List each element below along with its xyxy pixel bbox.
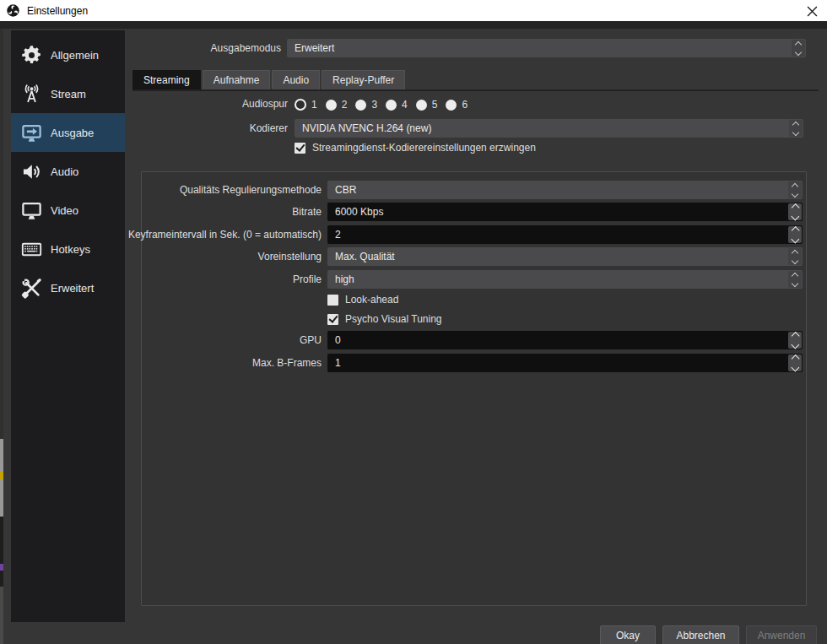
background-bleed: [0, 564, 3, 571]
sidebar-item-label: Audio: [51, 165, 78, 178]
close-icon[interactable]: [804, 3, 819, 19]
sidebar-item-label: Allgemein: [51, 49, 99, 62]
tab-aufnahme[interactable]: Aufnahme: [203, 70, 271, 89]
obs-logo-icon: [6, 3, 20, 18]
radio-track-5[interactable]: 5: [416, 99, 438, 111]
keyframe-interval-input[interactable]: 2: [327, 225, 803, 244]
radio-track-2[interactable]: 2: [326, 99, 348, 111]
tab-audio[interactable]: Audio: [272, 70, 320, 89]
spinner-updown-icon[interactable]: [788, 203, 802, 220]
output-mode-label: Ausgabemodus: [135, 39, 281, 57]
dialog-top-band: [0, 21, 827, 29]
monitor-arrow-icon: [19, 120, 44, 145]
sidebar-item-allgemein[interactable]: Allgemein: [11, 35, 125, 74]
profile-select[interactable]: high: [327, 270, 803, 289]
preset-label: Voreinstellung: [102, 247, 322, 266]
rate-control-select[interactable]: CBR: [327, 181, 803, 199]
checkbox-checked-icon: [295, 143, 305, 154]
tab-separator: [132, 89, 819, 91]
sidebar-item-label: Ausgabe: [51, 127, 94, 139]
background-bleed: [0, 471, 3, 479]
max-bframes-label: Max. B-Frames: [102, 354, 322, 372]
profile-label: Profile: [102, 270, 322, 289]
sidebar-item-label: Hotkeys: [51, 243, 90, 256]
output-tabbar: Streaming Aufnahme Audio Replay-Puffer: [132, 70, 407, 89]
tab-replay-puffer[interactable]: Replay-Puffer: [322, 70, 405, 89]
sidebar-item-label: Erweitert: [51, 282, 94, 295]
spinner-updown-icon[interactable]: [788, 354, 802, 371]
tools-icon: [19, 275, 44, 300]
gpu-input[interactable]: 0: [327, 331, 803, 349]
checkbox-checked-icon: [327, 314, 338, 325]
abbrechen-button[interactable]: Abbrechen: [662, 625, 739, 644]
kodierer-select[interactable]: NVIDIA NVENC H.264 (new): [295, 119, 803, 138]
spinner-updown-icon[interactable]: [788, 332, 802, 349]
okay-button[interactable]: Okay: [600, 625, 656, 644]
rate-control-label: Qualitäts Regulierungsmethode: [102, 181, 322, 199]
sidebar-item-stream[interactable]: Stream: [11, 74, 125, 113]
radio-selected-icon: [295, 99, 306, 111]
radio-track-3[interactable]: 3: [355, 99, 377, 111]
sidebar-item-ausgabe[interactable]: Ausgabe: [11, 113, 125, 152]
radio-icon: [446, 100, 457, 111]
audiospur-radio-group: 1 2 3 4 5 6: [295, 99, 468, 111]
window-title: Einstellungen: [27, 5, 88, 17]
spinner-updown-icon[interactable]: [788, 226, 802, 243]
bitrate-label: Bitrate: [102, 203, 322, 221]
look-ahead-checkbox[interactable]: Look-ahead: [327, 294, 398, 306]
output-mode-value: Erweitert: [295, 42, 334, 54]
chevron-updown-icon[interactable]: [788, 248, 802, 265]
speaker-icon: [19, 159, 44, 184]
gpu-label: GPU: [102, 331, 322, 349]
background-bleed: [0, 587, 3, 644]
chevron-updown-icon[interactable]: [789, 120, 803, 137]
radio-icon: [355, 100, 366, 111]
keyboard-icon: [19, 236, 44, 262]
checkbox-unchecked-icon: [327, 295, 338, 306]
settings-sidebar: Allgemein Stream Ausgabe: [11, 30, 125, 622]
gear-icon: [19, 42, 44, 68]
audiospur-label: Audiospur: [152, 95, 288, 113]
chevron-updown-icon[interactable]: [788, 271, 802, 288]
keyframe-interval-label: Keyframeintervall in Sek. (0 = automatis…: [102, 225, 322, 244]
sidebar-item-label: Video: [51, 204, 78, 217]
radio-icon: [326, 100, 337, 111]
broadcast-icon: [19, 81, 44, 106]
psycho-visual-tuning-checkbox[interactable]: Psycho Visual Tuning: [327, 313, 442, 325]
radio-icon: [416, 100, 427, 111]
radio-track-1[interactable]: 1: [295, 99, 317, 111]
radio-track-6[interactable]: 6: [446, 99, 468, 111]
background-bleed: [0, 29, 3, 439]
sidebar-item-label: Stream: [51, 88, 86, 100]
max-bframes-input[interactable]: 1: [327, 354, 803, 372]
radio-icon: [386, 100, 397, 111]
enforce-encoder-checkbox[interactable]: Streamingdienst-Kodierereinstellungen er…: [295, 142, 536, 154]
monitor-icon: [19, 198, 44, 223]
background-bleed: [0, 517, 3, 587]
chevron-updown-icon[interactable]: [792, 40, 805, 57]
kodierer-label: Kodierer: [152, 119, 288, 138]
kodierer-value: NVIDIA NVENC H.264 (new): [302, 122, 431, 134]
window-titlebar: Einstellungen: [0, 0, 827, 21]
output-mode-select[interactable]: Erweitert: [287, 39, 806, 57]
bitrate-input[interactable]: 6000 Kbps: [327, 203, 803, 221]
radio-track-4[interactable]: 4: [386, 99, 408, 111]
tab-streaming[interactable]: Streaming: [132, 70, 201, 89]
chevron-updown-icon[interactable]: [788, 181, 802, 198]
anwenden-button[interactable]: Anwenden: [746, 625, 817, 644]
preset-select[interactable]: Max. Qualität: [327, 247, 803, 266]
